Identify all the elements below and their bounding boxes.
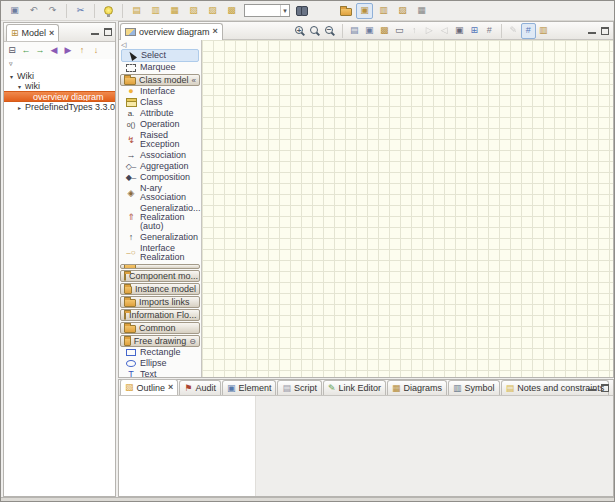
navigate-back-button[interactable]: ← [19,43,33,59]
palette-drawer-common[interactable]: Common [120,322,200,334]
lightbulb-button[interactable] [100,3,117,19]
tree-item-overview-diagram[interactable]: overview diagram [4,91,115,102]
tab-script[interactable]: ▤Script [277,380,322,395]
minimize-icon[interactable] [588,27,596,35]
minimize-icon[interactable] [588,384,596,392]
tab-link-editor[interactable]: ✎Link Editor [323,380,386,395]
undo-button[interactable]: ↶ [25,3,42,19]
maximize-icon[interactable] [601,27,609,35]
palette-drawer-clipped[interactable] [120,264,200,269]
tree-item-predefinedtypes-3-3-00[interactable]: ▸PredefinedTypes 3.3.00 [4,102,115,112]
chevron-down-icon[interactable]: ▾ [280,5,289,16]
tab-outline[interactable]: ▧Outline× [120,379,178,395]
new-element-button-4[interactable]: ▧ [185,3,202,19]
close-icon[interactable]: × [213,27,218,36]
palette-item-interface[interactable]: ●Interface [119,86,201,97]
new-element-button-3[interactable]: ▦ [166,3,183,19]
expand-arrow-icon[interactable]: ▾ [8,73,15,80]
palette-item-association[interactable]: →Association [119,150,201,161]
palette-item-text[interactable]: TText [119,369,201,377]
align-frame-button[interactable]: ▣ [452,23,467,39]
drawer-pin-icon[interactable]: « [192,76,196,85]
palette-item-generalization[interactable]: ↑Generalization [119,232,201,243]
search-button[interactable] [294,3,311,19]
palette-item-interface-realization[interactable]: –○Interface Realization [119,243,201,263]
show-parent-button[interactable]: ↑ [407,23,422,39]
diagram-canvas[interactable] [202,40,613,377]
save-image-button[interactable]: ▣ [362,23,377,39]
edit-pencil-button[interactable]: ✎ [506,23,521,39]
page-columns-button[interactable]: ▥ [536,23,551,39]
palette-drawer-component-mo[interactable]: Component mo... [120,270,200,282]
palette-item-operation[interactable]: o()Operation [119,119,201,130]
collapse-all-button[interactable]: ⊟ [5,43,19,59]
palette-item-composition[interactable]: ◆–Composition [119,172,201,183]
tab-audit[interactable]: ⚑Audit [179,380,221,395]
tab-model[interactable]: ⊞ Model × [6,24,59,41]
save-button[interactable]: ▣ [6,3,23,19]
palette-item-select[interactable]: Select [121,49,199,62]
tab-symbol[interactable]: ▥Symbol [448,380,500,395]
refresh-model-button[interactable]: ▨ [394,3,411,19]
expand-arrow-icon[interactable]: ▾ [16,83,23,90]
open-folder-button[interactable] [337,3,354,19]
palette-item-class[interactable]: Class [119,97,201,108]
page-columns-icon: ▥ [539,26,548,35]
tab-diagrams[interactable]: ▦Diagrams [387,380,447,395]
palette-item-rectangle[interactable]: Rectangle [119,347,201,358]
zoom-out-button[interactable] [323,23,338,39]
new-element-button-5[interactable]: ▨ [204,3,221,19]
palette-item-aggregation[interactable]: ◇–Aggregation [119,161,201,172]
view-menu-icon[interactable]: ▿ [4,59,115,69]
tab-element[interactable]: ▣Element [222,380,277,395]
maximize-icon[interactable] [104,28,112,36]
page-layout-button[interactable]: ⊞ [467,23,482,39]
selection-frame-button[interactable]: ▭ [392,23,407,39]
new-element-button-1[interactable]: ▤ [128,3,145,19]
next-element-button[interactable]: ▶ [61,43,75,59]
zoom-in-button[interactable] [293,23,308,39]
previous-element-button[interactable]: ◀ [47,43,61,59]
drawer-pin-icon[interactable]: ⊖ [189,337,196,346]
close-icon[interactable]: × [49,29,54,38]
scissors-button[interactable]: ✂ [72,3,89,19]
show-grid-button[interactable]: # [482,23,497,39]
palette-item-ellipse[interactable]: Ellipse [119,358,201,369]
palette-drawer-free-drawing[interactable]: Free drawing⊖ [120,335,200,347]
quick-search-combo[interactable]: ▾ [244,4,290,17]
new-element-button-2[interactable]: ▥ [147,3,164,19]
minimize-icon[interactable] [91,28,99,36]
new-element-button-6[interactable]: ▩ [223,3,240,19]
palette-drawer-class-model[interactable]: Class model« [120,74,200,86]
tree-item-wiki[interactable]: ▾Wiki [4,71,115,81]
expand-arrow-icon[interactable]: ▸ [16,104,23,111]
snap-to-grid-button[interactable]: # [521,23,536,39]
collapse-palette-icon[interactable]: ◁ [119,41,201,49]
navigate-forward-button[interactable]: → [33,43,47,59]
link-with-editor-button[interactable]: ▣ [356,3,373,19]
palette-drawer-instance-model[interactable]: Instance model [120,283,200,295]
palette-drawer-information-flo[interactable]: Information Flo... [120,309,200,321]
table-view-button[interactable]: ▦ [413,3,430,19]
palette-drawer-imports-links[interactable]: Imports links [120,296,200,308]
unmask-button[interactable]: ◁ [437,23,452,39]
search-model-button[interactable]: ▥ [375,3,392,19]
tab-overview-diagram[interactable]: overview diagram × [120,23,223,40]
tab-label: Script [294,383,317,393]
print-button[interactable]: ▤ [347,23,362,39]
close-icon[interactable]: × [168,383,173,392]
maximize-icon[interactable] [601,384,609,392]
palette-item-attribute[interactable]: a.Attribute [119,108,201,119]
palette-item-raised-exception[interactable]: ↯Raised Exception [119,130,201,150]
move-down-button[interactable]: ↓ [89,43,103,59]
palette-item-generalizatio-realization-auto[interactable]: ⇑Generalizatio... Realization (auto) [119,203,201,232]
tree-item-wiki[interactable]: ▾wiki [4,81,115,91]
palette-item-marquee[interactable]: Marquee [119,62,201,73]
export-image-button[interactable]: ▩ [377,23,392,39]
zoom-original-button[interactable] [308,23,323,39]
palette-item-n-ary-association[interactable]: ◈N-ary Association [119,183,201,203]
mask-button[interactable]: ▷ [422,23,437,39]
outline-thumbnail-area[interactable] [119,396,256,496]
move-up-button[interactable]: ↑ [75,43,89,59]
redo-button[interactable]: ↷ [44,3,61,19]
